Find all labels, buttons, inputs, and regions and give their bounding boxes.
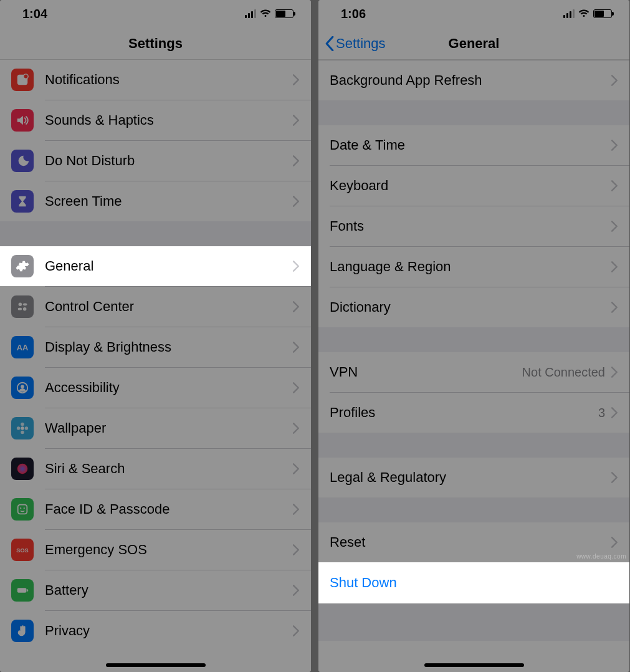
status-icons [245,9,294,18]
row-display[interactable]: AADisplay & Brightness [0,327,311,367]
row-label: Battery [45,582,293,598]
chevron-right-icon [293,342,300,353]
row-label: Do Not Disturb [45,153,293,169]
status-time: 1:06 [341,7,366,21]
row-label: VPN [330,364,522,380]
back-button[interactable]: Settings [325,27,386,59]
row-datetime[interactable]: Date & Time [318,125,629,165]
row-privacy[interactable]: Privacy [0,611,311,651]
row-wallpaper[interactable]: Wallpaper [0,408,311,448]
row-label: Language & Region [330,259,611,275]
chevron-right-icon [293,423,300,434]
row-label: Profiles [330,405,598,421]
chevron-right-icon [293,155,300,166]
row-label: Notifications [45,72,293,88]
row-sos[interactable]: SOSEmergency SOS [0,530,311,570]
row-controlcenter[interactable]: Control Center [0,287,311,327]
row-label: Sounds & Haptics [45,112,293,128]
svg-rect-15 [18,505,27,514]
svg-point-4 [23,307,26,311]
status-bar: 1:06 [318,0,629,27]
row-label: Siri & Search [45,461,293,477]
watermark: www.deuaq.com [576,553,626,560]
chevron-right-icon [611,140,618,151]
row-language[interactable]: Language & Region [318,247,629,287]
svg-rect-19 [17,588,27,592]
chevron-right-icon [293,504,300,515]
phone-general: 1:06 Settings General Background App Ref… [318,0,629,672]
row-legal[interactable]: Legal & Regulatory [318,458,629,497]
svg-rect-5 [18,308,22,310]
row-label: Face ID & Passcode [45,501,293,517]
back-label: Settings [336,36,386,52]
row-dictionary[interactable]: Dictionary [318,287,629,327]
row-shutdown[interactable]: Shut Down [318,562,629,603]
speaker-icon [11,109,34,132]
moon-icon [11,150,34,172]
face-icon [11,498,34,521]
svg-point-10 [21,423,24,426]
svg-rect-3 [23,304,27,306]
row-label: Keyboard [330,178,611,194]
sos-text-icon: SOS [11,539,34,561]
row-siri[interactable]: Siri & Search [0,449,311,489]
row-label: Display & Brightness [45,339,293,355]
chevron-right-icon [293,196,300,207]
aa-icon: AA [11,336,34,358]
chevron-right-icon [611,537,618,548]
row-label: Control Center [45,299,293,315]
row-vpn[interactable]: VPNNot Connected [318,352,629,392]
row-accessibility[interactable]: Accessibility [0,368,311,408]
svg-point-8 [21,385,24,388]
wifi-icon [260,9,271,18]
hourglass-icon [11,190,34,213]
battery-icon [11,579,34,602]
row-dnd[interactable]: Do Not Disturb [0,141,311,181]
row-screentime[interactable]: Screen Time [0,181,311,221]
row-label: Emergency SOS [45,542,293,558]
chevron-right-icon [611,75,618,86]
home-indicator[interactable] [106,663,206,667]
row-battery[interactable]: Battery [0,570,311,610]
chevron-right-icon [293,382,300,393]
row-general[interactable]: General [0,246,311,286]
nav-bar: Settings [0,27,311,60]
flower-icon [11,417,34,439]
svg-point-11 [21,431,24,434]
row-label: Legal & Regulatory [330,469,611,486]
row-keyboard[interactable]: Keyboard [318,166,629,206]
row-label: Wallpaper [45,420,293,436]
home-indicator[interactable] [424,663,524,667]
row-faceid[interactable]: Face ID & Passcode [0,489,311,529]
chevron-right-icon [611,407,618,418]
row-bgrefresh[interactable]: Background App Refresh [318,60,629,100]
row-label: Screen Time [45,193,293,209]
row-label: General [45,258,293,274]
battery-icon [275,9,294,18]
row-notifications[interactable]: Notifications [0,60,311,100]
toggles-icon [11,295,34,318]
svg-point-2 [19,303,22,307]
row-sounds[interactable]: Sounds & Haptics [0,100,311,140]
svg-point-14 [17,464,28,474]
row-fonts[interactable]: Fonts [318,206,629,246]
row-label: Date & Time [330,137,611,153]
hand-icon [11,620,34,642]
row-detail: 3 [598,406,605,420]
square-badge-icon [11,69,34,91]
settings-list[interactable]: NotificationsSounds & HapticsDo Not Dist… [0,60,311,651]
chevron-right-icon [293,261,300,272]
nav-bar: Settings General [318,27,629,60]
row-detail: Not Connected [522,365,605,380]
chevron-right-icon [293,301,300,312]
page-title: Settings [128,36,183,52]
wifi-icon [578,9,589,18]
row-label: Privacy [45,623,293,639]
chevron-right-icon [611,367,618,378]
chevron-right-icon [293,544,300,555]
page-title: General [449,36,500,52]
siri-icon [11,458,34,480]
row-profiles[interactable]: Profiles3 [318,393,629,433]
svg-point-12 [17,426,20,430]
chevron-right-icon [293,585,300,596]
